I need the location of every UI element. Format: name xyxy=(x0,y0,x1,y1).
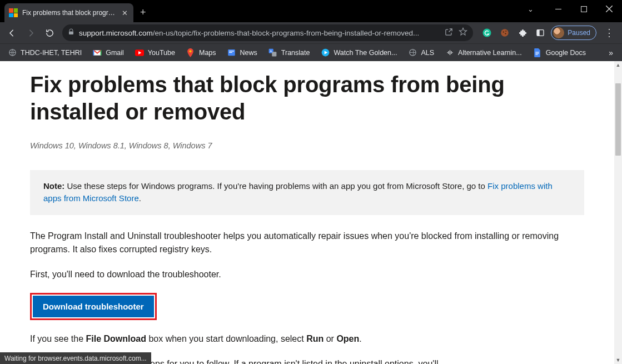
reload-button[interactable] xyxy=(41,24,58,41)
window-maximize-button[interactable] xyxy=(571,0,596,18)
maps-icon xyxy=(186,48,195,57)
scroll-down-icon[interactable]: ▼ xyxy=(614,356,622,364)
scroll-up-icon[interactable]: ▲ xyxy=(614,61,622,69)
lock-icon xyxy=(68,28,74,37)
paragraph-intro: The Program Install and Uninstall troubl… xyxy=(30,230,584,257)
status-bar: Waiting for browser.events.data.microsof… xyxy=(0,352,151,364)
page-title: Fix problems that block programs from be… xyxy=(30,71,584,126)
svg-point-4 xyxy=(503,31,504,32)
window-close-button[interactable] xyxy=(596,0,622,18)
svg-rect-14 xyxy=(229,52,232,53)
url-text: support.microsoft.com/en-us/topic/fix-pr… xyxy=(79,29,440,37)
youtube-icon xyxy=(135,48,144,57)
svg-rect-0 xyxy=(581,6,586,12)
svg-rect-13 xyxy=(229,51,234,51)
tab-search-button[interactable]: ⌄ xyxy=(517,0,543,18)
microsoft-favicon xyxy=(9,8,18,17)
bookmark-label: Translate xyxy=(281,49,310,57)
svg-point-11 xyxy=(190,50,192,52)
browser-tab[interactable]: Fix problems that block programs ✕ xyxy=(4,3,133,22)
gmail-icon xyxy=(93,48,102,57)
back-button[interactable] xyxy=(3,24,20,41)
globe-icon xyxy=(408,48,417,57)
bookmark-label: ALS xyxy=(421,49,434,57)
avatar xyxy=(553,27,564,38)
bookmark-label: THDC-IHET, TEHRI xyxy=(21,49,82,57)
grammarly-icon[interactable] xyxy=(480,26,494,40)
svg-text:A: A xyxy=(270,49,272,53)
bookmark-label: Watch The Golden... xyxy=(334,49,397,57)
news-icon xyxy=(227,48,236,57)
docs-icon xyxy=(533,48,542,57)
scrollbar-thumb[interactable] xyxy=(615,83,621,156)
forward-button[interactable] xyxy=(22,24,39,41)
tab-title: Fix problems that block programs xyxy=(22,9,116,17)
svg-rect-20 xyxy=(536,52,539,52)
profile-paused-chip[interactable]: Paused xyxy=(551,26,596,40)
download-highlight-box: Download troubleshooter xyxy=(30,293,157,320)
bookmark-alternative-learning[interactable]: Alternative Learnin... xyxy=(441,46,526,59)
svg-point-3 xyxy=(501,29,509,37)
svg-rect-16 xyxy=(272,52,277,56)
page-viewport: Fix problems that block programs from be… xyxy=(0,61,614,364)
bookmark-label: News xyxy=(240,49,257,57)
paused-label: Paused xyxy=(568,29,590,37)
svg-rect-8 xyxy=(537,30,540,36)
bookmark-watch-golden[interactable]: Watch The Golden... xyxy=(316,46,401,59)
bookmark-youtube[interactable]: YouTube xyxy=(131,46,180,59)
applies-to: Windows 10, Windows 8.1, Windows 8, Wind… xyxy=(30,141,584,150)
bookmark-label: Maps xyxy=(199,49,216,57)
address-bar[interactable]: support.microsoft.com/en-us/topic/fix-pr… xyxy=(62,24,473,41)
bookmark-label: Google Docs xyxy=(546,49,586,57)
svg-rect-21 xyxy=(536,53,539,53)
titlebar: Fix problems that block programs ✕ + ⌄ xyxy=(0,0,622,22)
browser-menu-button[interactable]: ⋮ xyxy=(600,27,619,39)
download-troubleshooter-button[interactable]: Download troubleshooter xyxy=(33,296,154,317)
new-tab-button[interactable]: + xyxy=(140,7,146,18)
bookmark-label: Alternative Learnin... xyxy=(458,49,522,57)
svg-point-6 xyxy=(506,31,507,32)
note-box: Note: Use these steps for Windows progra… xyxy=(30,170,584,215)
window-minimize-button[interactable] xyxy=(545,0,571,18)
side-panel-icon[interactable] xyxy=(533,26,548,40)
cookie-icon[interactable] xyxy=(497,26,512,40)
svg-point-2 xyxy=(483,29,491,37)
play-icon xyxy=(321,48,330,57)
bookmark-star-icon[interactable] xyxy=(459,27,467,38)
svg-rect-1 xyxy=(69,32,73,35)
bookmarks-overflow-button[interactable]: » xyxy=(603,46,619,59)
bookmark-translate[interactable]: A Translate xyxy=(264,46,315,59)
svg-point-5 xyxy=(505,33,506,34)
audio-icon xyxy=(445,48,454,57)
share-icon[interactable] xyxy=(445,28,453,38)
window-controls: ⌄ xyxy=(517,0,622,18)
note-label: Note: xyxy=(43,181,64,191)
extensions-icon[interactable] xyxy=(515,26,530,40)
bookmark-gmail[interactable]: Gmail xyxy=(88,46,128,59)
bookmark-als[interactable]: ALS xyxy=(404,46,439,59)
bookmark-google-docs[interactable]: Google Docs xyxy=(529,46,590,59)
paragraph-file-download: If you see the File Download box when yo… xyxy=(30,332,584,346)
bookmark-label: YouTube xyxy=(148,49,175,57)
bookmark-news[interactable]: News xyxy=(223,46,262,59)
tab-close-button[interactable]: ✕ xyxy=(120,9,129,17)
paragraph-download-hint: First, you'll need to download the troub… xyxy=(30,268,584,282)
bookmark-thdc[interactable]: THDC-IHET, TEHRI xyxy=(3,46,86,59)
bookmark-label: Gmail xyxy=(106,49,124,57)
article-content: Fix problems that block programs from be… xyxy=(0,61,614,364)
extensions-area: Paused ⋮ xyxy=(477,26,619,40)
note-text: Use these steps for Windows programs. If… xyxy=(64,181,487,191)
status-text: Waiting for browser.events.data.microsof… xyxy=(4,355,147,362)
vertical-scrollbar[interactable]: ▲ xyxy=(614,61,622,356)
globe-icon xyxy=(8,48,17,57)
browser-toolbar: support.microsoft.com/en-us/topic/fix-pr… xyxy=(0,22,622,43)
bookmarks-bar: THDC-IHET, TEHRI Gmail YouTube Maps News… xyxy=(0,43,622,61)
translate-icon: A xyxy=(268,48,277,57)
svg-rect-22 xyxy=(536,54,538,54)
bookmark-maps[interactable]: Maps xyxy=(182,46,221,59)
